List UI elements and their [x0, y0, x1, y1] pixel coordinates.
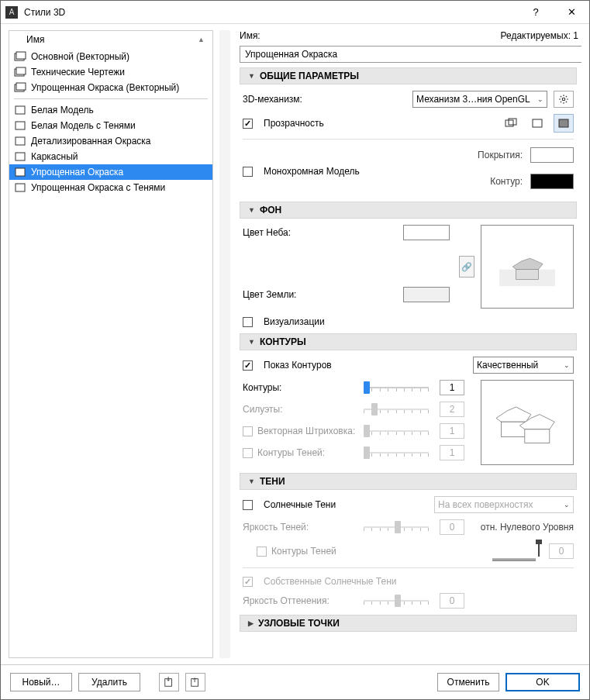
silhouettes-slider-label: Силуэты: [243, 404, 283, 415]
list-item-label: Белая Модель с Тенями [31, 120, 136, 131]
help-button[interactable]: ? [518, 1, 554, 24]
list-item-label: Основной (Векторный) [31, 51, 129, 62]
styles-list[interactable]: Основной (Векторный) Технические Чертежи… [9, 49, 212, 657]
svg-rect-16 [559, 119, 568, 127]
contour-preview [481, 380, 574, 465]
cover-color[interactable] [530, 147, 574, 163]
list-item[interactable]: Упрощенная Окраска с Тенями [9, 180, 212, 195]
ground-color[interactable] [403, 287, 450, 302]
self-shadows-label: Собственные Солнечные Тени [264, 576, 397, 587]
style-icon [14, 167, 26, 178]
section-header-shadows[interactable]: ▼ ТЕНИ [240, 473, 577, 490]
list-item-label: Детализированная Окраска [31, 136, 151, 147]
svg-marker-18 [512, 258, 543, 269]
import-button[interactable] [159, 673, 179, 691]
close-button[interactable]: ✕ [554, 1, 589, 24]
section-header-nodes[interactable]: ▶ УЗЛОВЫЕ ТОЧКИ [240, 615, 577, 632]
list-header[interactable]: Имя ▲ [9, 31, 212, 49]
list-item[interactable]: Белая Модель с Тенями [9, 118, 212, 133]
section-header-general[interactable]: ▼ ОБЩИЕ ПАРАМЕТРЫ [240, 67, 577, 84]
svg-rect-1 [16, 52, 26, 59]
surfaces-select: На всех поверхностях ⌄ [434, 496, 574, 513]
svg-rect-23 [525, 429, 550, 443]
properties-scroll[interactable]: ▼ ОБЩИЕ ПАРАМЕТРЫ 3D-механизм: Механизм … [236, 67, 581, 658]
export-button[interactable] [185, 673, 205, 691]
svg-point-12 [562, 98, 565, 101]
delete-button[interactable]: Удалить [78, 673, 140, 691]
styles-list-panel: Имя ▲ Основной (Векторный) Технические Ч… [9, 30, 213, 658]
contours-slider[interactable] [364, 381, 433, 395]
contour-color[interactable] [530, 174, 574, 189]
svg-rect-9 [16, 153, 25, 160]
tint-brightness-value: 0 [440, 593, 464, 609]
list-item[interactable]: Детализированная Окраска [9, 133, 212, 149]
list-item[interactable]: Основной (Векторный) [9, 49, 212, 64]
sun-shadows-label: Солнечные Тени [264, 499, 336, 510]
sky-color[interactable] [403, 225, 450, 240]
cancel-button[interactable]: Отменить [437, 673, 499, 691]
contour-quality-select[interactable]: Качественный ⌄ [473, 357, 574, 374]
mech-settings-button[interactable] [554, 91, 574, 108]
surfaces-value: На всех поверхностях [438, 499, 533, 510]
svg-rect-15 [533, 119, 542, 127]
shadow-ct-value: 0 [549, 543, 574, 559]
shadow-preview [485, 541, 543, 561]
self-shadows-checkbox [243, 577, 253, 587]
style-name-input[interactable] [240, 46, 581, 63]
contours-slider-label: Контуры: [243, 382, 281, 393]
show-contours-checkbox[interactable] [243, 360, 253, 371]
titlebar: A Стили 3D ? ✕ [1, 1, 589, 24]
mech-value: Механизм 3…ния OpenGL [416, 94, 530, 105]
chevron-down-icon: ⌄ [537, 95, 543, 103]
section-header-contours[interactable]: ▼ КОНТУРЫ [240, 333, 577, 350]
list-item-label: Упрощенная Окраска [31, 167, 123, 178]
monochrome-checkbox[interactable] [243, 167, 253, 177]
ok-button[interactable]: OK [505, 673, 580, 691]
visualization-checkbox[interactable] [243, 317, 253, 327]
properties-panel: Имя: Редактируемых: 1 ▼ ОБЩИЕ ПАРАМЕТРЫ … [236, 30, 581, 658]
mech-select[interactable]: Механизм 3…ния OpenGL ⌄ [412, 91, 547, 108]
expand-icon: ▶ [248, 619, 254, 627]
show-contours-label: Показ Контуров [264, 360, 332, 371]
mech-label: 3D-механизм: [243, 94, 359, 105]
transparency-checkbox[interactable] [243, 119, 253, 129]
shadow-ct-label: Контуры Теней [271, 546, 336, 557]
style-icon [14, 136, 26, 147]
shadow-brightness-slider [364, 520, 433, 534]
render-mode-3[interactable] [554, 114, 574, 133]
list-item[interactable]: Каркасный [9, 149, 212, 164]
shadow-contours-value: 1 [440, 445, 464, 460]
panel-splitter[interactable] [219, 30, 230, 658]
svg-rect-19 [516, 270, 539, 280]
shadow-brightness-value: 0 [440, 519, 464, 535]
section-general: ▼ ОБЩИЕ ПАРАМЕТРЫ 3D-механизм: Механизм … [240, 67, 577, 195]
sky-label: Цвет Неба: [243, 227, 291, 238]
section-title: КОНТУРЫ [260, 336, 306, 347]
new-button[interactable]: Новый… [10, 673, 72, 691]
list-item-label: Технические Чертежи [31, 67, 125, 78]
render-mode-1[interactable] [501, 114, 521, 133]
section-title: ТЕНИ [260, 476, 285, 487]
app-icon: A [5, 6, 18, 19]
sun-shadows-checkbox[interactable] [243, 500, 253, 510]
list-item[interactable]: Упрощенная Окраска (Векторный) [9, 80, 212, 95]
list-item[interactable]: Белая Модель [9, 102, 212, 118]
link-colors-button[interactable]: 🔗 [459, 256, 474, 278]
style-icon [14, 151, 26, 162]
shadow-brightness-label: Яркость Теней: [243, 522, 309, 533]
style-icon [14, 82, 26, 93]
vector-hatch-label: Векторная Штриховка: [257, 426, 355, 436]
render-mode-2[interactable] [527, 114, 547, 133]
quality-value: Качественный [477, 360, 538, 371]
sort-asc-icon: ▲ [198, 36, 205, 43]
list-item[interactable]: Упрощенная Окраска [9, 164, 212, 180]
style-icon [14, 67, 26, 78]
style-icon [14, 120, 26, 131]
collapse-icon: ▼ [248, 72, 255, 80]
name-label: Имя: [240, 30, 260, 41]
style-icon [14, 51, 26, 62]
list-item[interactable]: Технические Чертежи [9, 64, 212, 80]
name-column-header: Имя [26, 34, 44, 45]
contours-value[interactable]: 1 [440, 380, 464, 395]
section-header-background[interactable]: ▼ ФОН [240, 202, 577, 219]
